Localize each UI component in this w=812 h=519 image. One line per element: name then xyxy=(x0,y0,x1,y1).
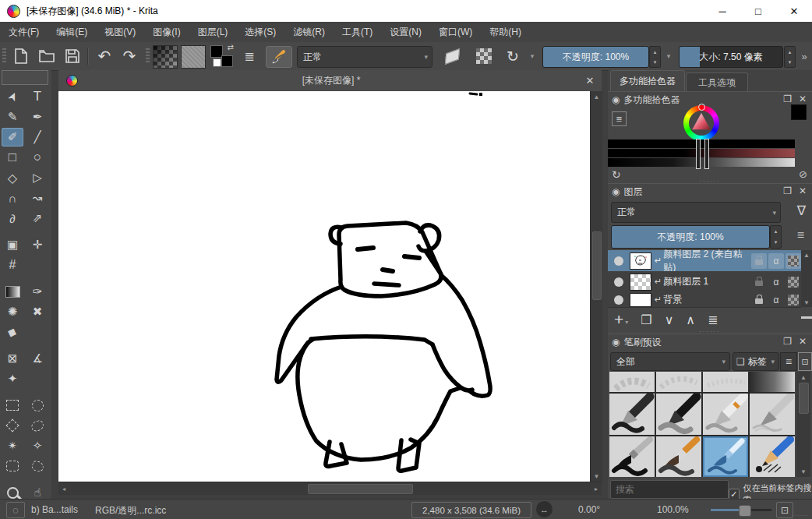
new-document-button[interactable] xyxy=(11,46,31,66)
current-brush-name[interactable]: b) Ba...tails xyxy=(31,504,78,515)
preserve-alpha-button[interactable] xyxy=(472,46,496,66)
layer-properties-button[interactable]: ≣ xyxy=(708,312,718,327)
float-docker-icon[interactable]: ❐ xyxy=(783,94,792,104)
fill-tool[interactable]: ◆ xyxy=(2,323,23,341)
layer-opacity-spinner[interactable]: ▴▾ xyxy=(770,225,782,249)
brush-preset[interactable] xyxy=(750,372,795,392)
tab-tool-options[interactable]: 工具选项 xyxy=(686,72,748,92)
measure-tool[interactable]: ∡ xyxy=(26,349,48,368)
line-tool[interactable]: ╱ xyxy=(26,128,48,147)
scroll-right-icon[interactable]: ▸ xyxy=(592,482,600,495)
brush-preset[interactable] xyxy=(656,372,701,392)
float-docker-icon[interactable]: ❐ xyxy=(783,336,792,347)
zoom-level[interactable]: 100.0% xyxy=(657,504,689,515)
alpha-lock-icon[interactable]: α xyxy=(768,292,784,308)
menu-window[interactable]: 窗口(W) xyxy=(430,22,481,42)
rectangle-tool[interactable]: □ xyxy=(2,148,23,167)
edit-shapes-tool[interactable]: ✎ xyxy=(2,108,23,126)
canvas-hscrollbar[interactable]: ◂ ▸ xyxy=(58,482,602,495)
spin-up-icon[interactable]: ▴ xyxy=(785,47,795,57)
scroll-up-icon[interactable]: ▲ xyxy=(801,251,812,259)
size-spinner[interactable]: ▴ ▾ xyxy=(784,46,796,68)
color-settings-button[interactable]: ≣ xyxy=(612,111,627,126)
reload-dropdown-arrow[interactable]: ▾ xyxy=(527,46,538,66)
preset-scroll-thumb[interactable] xyxy=(799,383,809,414)
menu-tools[interactable]: 工具(T) xyxy=(334,22,381,42)
layer-row-2[interactable]: ↵ 颜料图层 1 α xyxy=(608,271,801,293)
layer-opacity-slider[interactable]: 不透明度: 100% xyxy=(611,225,770,249)
opacity-spinner[interactable]: ▴ ▾ xyxy=(649,46,661,68)
bezier-curve-tool[interactable]: ∩ xyxy=(2,189,23,207)
close-docker-icon[interactable]: ✕ xyxy=(799,94,807,104)
menu-filter[interactable]: 滤镜(R) xyxy=(284,22,334,42)
scroll-down-icon[interactable]: ▼ xyxy=(801,298,812,306)
add-layer-dropdown[interactable]: ▾ xyxy=(625,319,628,326)
assistants-tool[interactable]: ⊠ xyxy=(2,349,23,368)
brush-size-slider[interactable]: 大小: 7.50 像素 xyxy=(679,46,783,68)
document-tab[interactable]: [未保存图像] * ✕ xyxy=(58,70,602,92)
eraser-mode-button[interactable] xyxy=(439,46,465,66)
layer-menu-icon[interactable]: ≡ xyxy=(797,228,804,242)
layer-list-scrollbar[interactable]: ▲ ▼ xyxy=(801,250,812,307)
polygon-tool[interactable]: ◇ xyxy=(2,168,23,187)
menu-image[interactable]: 图像(I) xyxy=(144,22,189,42)
open-document-button[interactable] xyxy=(37,46,57,66)
value-bar-3[interactable] xyxy=(608,158,795,167)
menu-edit[interactable]: 编辑(E) xyxy=(48,22,96,42)
spin-down-icon[interactable]: ▾ xyxy=(785,57,795,67)
menu-layer[interactable]: 图层(L) xyxy=(189,22,237,42)
transform-tool[interactable]: ▣ xyxy=(2,235,23,254)
selection-display-button[interactable]: ◌ xyxy=(6,502,25,518)
brush-preset[interactable] xyxy=(609,436,655,477)
brush-preset[interactable] xyxy=(656,436,701,477)
close-button[interactable]: ✕ xyxy=(776,5,812,17)
preset-menu-button[interactable]: ≡ xyxy=(780,352,797,371)
layer-lock-icon[interactable] xyxy=(751,253,767,269)
canvas[interactable] xyxy=(58,91,590,482)
brush-preset[interactable] xyxy=(656,394,701,435)
add-layer-button[interactable]: + xyxy=(614,310,623,329)
brush-preset[interactable] xyxy=(609,372,655,392)
move-tool[interactable]: ✛ xyxy=(26,235,48,254)
close-docker-icon[interactable]: ✕ xyxy=(799,336,807,347)
visibility-icon[interactable] xyxy=(614,277,623,287)
layer-blend-mode-dropdown[interactable]: 正常 ▾ xyxy=(611,202,781,223)
vscroll-thumb[interactable] xyxy=(592,231,602,300)
brush-preset[interactable] xyxy=(703,372,748,392)
freehand-path-tool[interactable]: ↝ xyxy=(26,189,48,207)
canvas-vscrollbar[interactable]: ▲ ▼ xyxy=(590,91,602,482)
menu-view[interactable]: 视图(V) xyxy=(96,22,144,42)
spin-down-icon[interactable]: ▾ xyxy=(650,57,660,67)
pattern-edit-tool[interactable]: ✺ xyxy=(2,302,23,321)
bezier-select-tool[interactable] xyxy=(2,457,23,475)
choose-brush-preset-button[interactable]: ≣ xyxy=(239,46,259,66)
fg-bg-colors[interactable]: ⇄ xyxy=(210,45,234,67)
gradient-swatch[interactable] xyxy=(153,45,178,69)
scroll-up-icon[interactable]: ▲ xyxy=(796,373,810,381)
visibility-icon[interactable] xyxy=(614,256,623,266)
transform-select-tool[interactable]: ➤ xyxy=(2,87,23,106)
dynamic-brush-tool[interactable]: ∂ xyxy=(2,209,23,228)
scroll-up-icon[interactable]: ▲ xyxy=(591,93,602,101)
layer-lock-icon[interactable] xyxy=(751,292,767,308)
lock-docker-icon[interactable]: ◉ xyxy=(612,337,620,348)
preset-scrollbar[interactable]: ▲ ▼ xyxy=(796,372,810,477)
menu-select[interactable]: 选择(S) xyxy=(236,22,284,42)
smart-patch-tool[interactable]: ✖ xyxy=(26,302,48,321)
crop-tool[interactable]: # xyxy=(2,256,23,274)
bar-slider-handle[interactable] xyxy=(696,139,701,169)
toolbar-overflow-button[interactable]: » xyxy=(798,46,810,66)
float-docker-icon[interactable]: ❐ xyxy=(783,185,792,196)
rect-select-tool[interactable] xyxy=(2,396,23,415)
scroll-left-icon[interactable]: ◂ xyxy=(60,482,68,495)
canvas-rotation[interactable]: 0.00° xyxy=(578,504,600,515)
background-color[interactable] xyxy=(221,55,233,67)
freehand-select-tool[interactable] xyxy=(26,416,48,435)
layer-lock-icon[interactable] xyxy=(751,274,767,290)
preset-search-input[interactable] xyxy=(610,480,729,499)
magic-wand-select-tool[interactable]: ✴ xyxy=(2,436,23,455)
calligraphy-tool[interactable]: ✒ xyxy=(26,108,48,126)
inherit-alpha-icon[interactable] xyxy=(786,274,801,290)
zoom-slider[interactable] xyxy=(711,509,771,511)
layer-filter-icon[interactable]: ∇ xyxy=(797,203,806,219)
